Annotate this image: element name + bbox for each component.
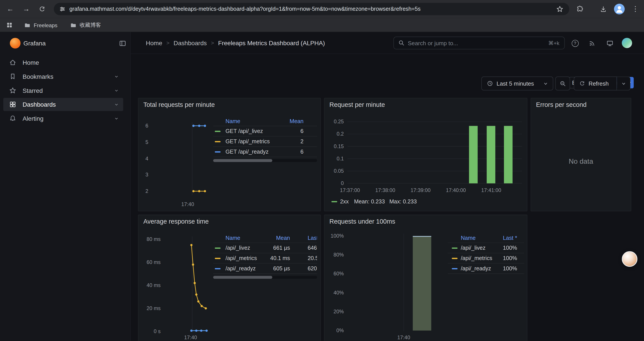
legend-scrollbar[interactable] (213, 159, 317, 162)
series-color-dash (215, 247, 220, 249)
legend-row[interactable]: GET /api/_livez6 (213, 126, 317, 137)
sidebar-collapse-button[interactable] (118, 40, 126, 48)
series-color-dash (215, 131, 220, 132)
extensions-button[interactable] (574, 5, 585, 13)
help-button[interactable]: ? (570, 38, 580, 49)
bookmark-item-freeleaps[interactable]: Freeleaps (24, 18, 58, 32)
series-name: 2xx (340, 199, 348, 205)
panel-title[interactable]: Requests under 100ms (330, 218, 395, 225)
panel-errors-per-second: Errors per second No data (531, 98, 631, 211)
series-last: 100% (503, 265, 517, 271)
panel-total-requests-per-minute: Total requests per minute NameMeanGET /a… (138, 98, 321, 211)
bookmark-star-icon[interactable] (556, 5, 564, 13)
panel-title[interactable]: Average response time (143, 218, 209, 225)
x-axis-tick: 17:38:00 (375, 187, 395, 193)
chevron-down-icon[interactable] (114, 116, 119, 121)
y-axis-tick: 80% (334, 252, 344, 258)
y-axis-tick: 40 ms (147, 282, 161, 288)
news-button[interactable] (587, 38, 598, 49)
legend-header-last[interactable]: Last * (503, 235, 517, 241)
assistant-avatar[interactable] (622, 251, 638, 267)
legend-header-mean[interactable]: Mean (290, 118, 303, 124)
series-name: GET /api/_readyz (226, 149, 268, 155)
sidebar-item-starred[interactable]: Starred (3, 84, 123, 97)
panel-title[interactable]: Total requests per minute (143, 101, 215, 109)
sidebar-item-label: Home (22, 59, 39, 66)
legend-scrollbar[interactable] (213, 276, 317, 279)
browser-menu-button[interactable]: ⋮ (630, 0, 641, 18)
sidebar-item-bookmarks[interactable]: Bookmarks (3, 70, 123, 83)
y-axis-tick: 100% (330, 233, 344, 239)
legend-row[interactable]: /api/_readyz100% (448, 263, 524, 274)
apps-grid-icon (6, 22, 13, 28)
legend-row[interactable]: GET /api/_readyz6 (213, 147, 317, 157)
legend-row[interactable]: /api/_livez661 µs646 µs (213, 243, 317, 253)
time-range-picker[interactable]: Last 5 minutes (481, 77, 553, 91)
series-max: Max: 0.233 (389, 199, 417, 205)
legend-header-last[interactable]: Last (308, 235, 317, 241)
downloads-button[interactable] (598, 5, 609, 13)
person-icon (614, 4, 625, 15)
search-input[interactable] (408, 37, 531, 49)
bar-chart[interactable] (324, 98, 528, 212)
chevron-down-icon[interactable] (114, 88, 119, 93)
browser-profile-avatar[interactable] (614, 4, 625, 15)
sidebar-item-dashboards[interactable]: Dashboards (3, 98, 123, 111)
chevron-down-icon (621, 81, 626, 86)
legend-row[interactable]: /api/_readyz605 µs620 µs (213, 263, 317, 274)
x-axis-tick: 17:41:00 (481, 187, 501, 193)
y-axis-tick: 2 (145, 188, 148, 194)
legend-row[interactable]: /api/_metrics40.1 ms20.5 ms (213, 253, 317, 263)
legend-header-name[interactable]: Name (226, 118, 240, 124)
reload-button[interactable] (36, 5, 47, 13)
series-name: GET /api/_livez (226, 128, 263, 134)
reload-icon (38, 6, 45, 13)
grafana-logo[interactable] (10, 38, 20, 49)
apps-shortcut-button[interactable] (4, 21, 15, 29)
folder-icon (70, 22, 77, 29)
y-axis-tick: 20% (334, 309, 344, 314)
y-axis-tick: 80 ms (147, 236, 161, 242)
legend-row[interactable]: /api/_livez100% (448, 243, 524, 253)
series-color-dash (215, 151, 220, 153)
bell-icon (9, 115, 16, 122)
back-button[interactable]: ← (5, 0, 16, 18)
panel-requests-under-100ms: Requests under 100ms NameLast */api/_liv… (324, 215, 527, 341)
no-data-message: No data (569, 158, 593, 166)
search-box[interactable]: ⌘+k (394, 37, 565, 49)
breadcrumb-dashboards[interactable]: Dashboards (174, 40, 207, 47)
panel-title[interactable]: Request per minute (330, 101, 385, 109)
site-settings-icon[interactable] (59, 6, 66, 12)
bookmark-item-blogs[interactable]: 收藏博客 (70, 18, 101, 32)
address-bar[interactable]: grafana.mathmast.com/d/deytv4rwavabkb/fr… (54, 3, 569, 15)
scrollbar-thumb[interactable] (213, 159, 272, 162)
chevron-down-icon[interactable] (114, 102, 119, 107)
sidebar-item-alerting[interactable]: Alerting (3, 112, 123, 125)
download-icon (600, 5, 607, 13)
user-avatar[interactable] (622, 38, 632, 48)
panel-title[interactable]: Errors per second (536, 101, 586, 109)
extensions-puzzle-icon (576, 5, 584, 13)
grafana-main: Home > Dashboards > Freeleaps Metrics Da… (131, 32, 644, 341)
refresh-button[interactable]: Refresh (574, 77, 617, 91)
legend-header-mean[interactable]: Mean (276, 235, 290, 241)
bookmark-label: 收藏博客 (80, 21, 101, 29)
legend-row[interactable]: /api/_metrics100% (448, 253, 524, 263)
zoom-out-button[interactable] (555, 77, 570, 91)
legend-header-name[interactable]: Name (226, 235, 240, 241)
kiosk-mode-button[interactable] (604, 38, 615, 49)
time-range-label: Last 5 minutes (496, 80, 534, 87)
chevron-down-icon[interactable] (114, 74, 119, 79)
scrollbar-thumb[interactable] (213, 276, 272, 279)
legend-header-name[interactable]: Name (461, 235, 476, 241)
y-axis-tick: 6 (145, 123, 148, 129)
bookmark-icon (9, 73, 16, 80)
sidebar-item-label: Dashboards (22, 101, 56, 108)
breadcrumb-home[interactable]: Home (146, 40, 162, 47)
panel-left-icon (118, 40, 126, 47)
series-mean: Mean: 0.233 (354, 199, 385, 205)
forward-button[interactable]: → (21, 0, 32, 18)
legend-row[interactable]: GET /api/_metrics2 (213, 137, 317, 147)
refresh-interval-button[interactable] (617, 77, 630, 91)
sidebar-item-home[interactable]: Home (3, 56, 123, 69)
